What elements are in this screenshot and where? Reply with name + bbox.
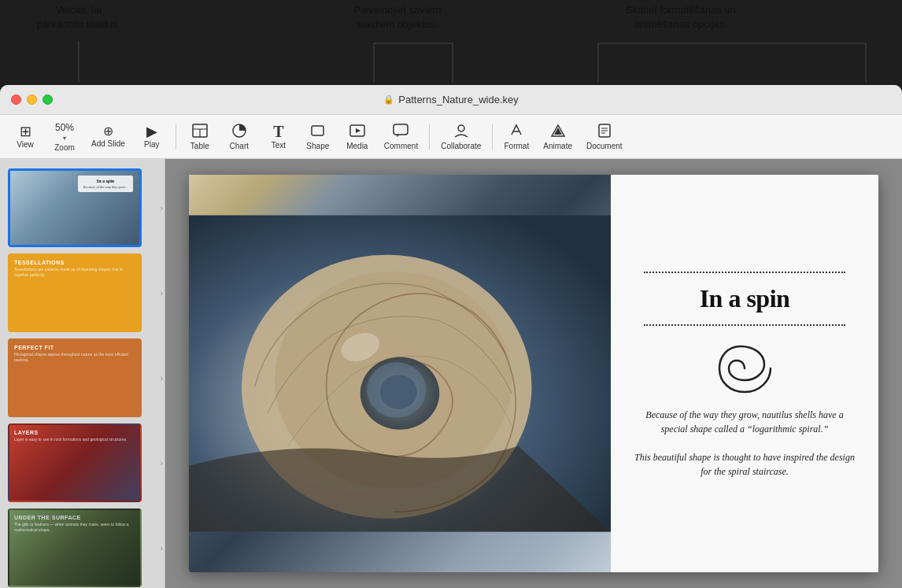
- slide-body-paragraph-1: Because of the way they grow, nautilus s…: [633, 408, 856, 436]
- zoom-arrow-icon: ▾: [63, 135, 66, 142]
- canvas-area: In a spin Because of the way they grow, …: [165, 159, 902, 588]
- spiral-icon: [713, 337, 776, 400]
- slide-body-text: Tessellations are patterns made up of re…: [14, 267, 135, 277]
- slide-item[interactable]: 6 Perfect Fit Hexagonal shapes appear th…: [8, 338, 157, 417]
- zoom-button[interactable]: 50% ▾ Zoom: [46, 119, 83, 155]
- slide-canvas: In a spin Because of the way they grow, …: [189, 175, 878, 572]
- nautilus-image: [189, 175, 611, 572]
- view-button[interactable]: ⊞ View: [6, 121, 44, 152]
- slide-item[interactable]: 7 LAYERS Layer is easy to see in rock fo…: [8, 423, 157, 502]
- traffic-lights: [0, 94, 53, 105]
- table-icon: [192, 124, 208, 140]
- slide-item[interactable]: 8 Under the surface The gills or feather…: [8, 508, 157, 587]
- zoom-value: 50%: [55, 122, 74, 133]
- slide-body-text: Layer is easy to see in rock formations …: [14, 437, 135, 442]
- slide-chevron-icon: ›: [161, 204, 163, 213]
- annotation-1: Velciet, laipārkārtotu slaidus.: [24, 3, 134, 31]
- media-button[interactable]: Media: [338, 120, 376, 153]
- toolbar-separator-1: [176, 124, 176, 150]
- add-slide-button[interactable]: ⊕ Add Slide: [85, 122, 131, 151]
- fullscreen-button[interactable]: [43, 94, 53, 105]
- svg-rect-14: [394, 124, 408, 135]
- lock-icon: 🔒: [383, 94, 394, 105]
- slide-body-paragraph-2: This beautiful shape is thought to have …: [633, 450, 856, 479]
- slide-chevron-icon: ›: [161, 374, 163, 383]
- document-button[interactable]: Document: [580, 120, 629, 153]
- chart-label: Chart: [230, 142, 249, 150]
- media-icon: [349, 124, 365, 140]
- comment-icon: [393, 124, 408, 140]
- slide-chevron-icon: ›: [161, 459, 163, 468]
- format-button[interactable]: Format: [497, 120, 535, 153]
- slide-title-text: Under the surface: [14, 515, 135, 520]
- animate-label: Animate: [543, 142, 572, 150]
- format-label: Format: [504, 142, 529, 150]
- slide-thumbnail: TESSELLATIONS Tessellations are patterns…: [8, 253, 142, 332]
- slide-thumbnail: In a spin Because of the way they grow..…: [8, 168, 142, 247]
- main-area: 4 In a spin Because of the way they grow…: [0, 159, 902, 588]
- dotted-divider-top: [644, 272, 845, 273]
- slide-item[interactable]: 5 TESSELLATIONS Tessellations are patter…: [8, 253, 157, 332]
- annotation-2: Pievienojiet saviemslaidiem objektus.: [331, 3, 464, 31]
- close-button[interactable]: [11, 94, 21, 105]
- collaborate-label: Collaborate: [441, 142, 481, 150]
- slide-panel[interactable]: 4 In a spin Because of the way they grow…: [0, 159, 165, 588]
- svg-point-29: [380, 375, 417, 409]
- slide-title-text: TESSELLATIONS: [14, 260, 135, 265]
- svg-rect-11: [312, 126, 323, 135]
- play-label: Play: [144, 140, 159, 149]
- slide-title-text: LAYERS: [14, 430, 135, 435]
- format-icon: [508, 124, 524, 140]
- slide-thumbnail: Perfect Fit Hexagonal shapes appear thro…: [8, 338, 142, 417]
- svg-marker-13: [356, 128, 360, 133]
- toolbar: ⊞ View 50% ▾ Zoom ⊕ Add Slide ▶ Play Tab…: [0, 115, 902, 159]
- toolbar-separator-2: [429, 124, 430, 150]
- document-icon: [597, 124, 612, 140]
- animate-icon: [550, 124, 566, 140]
- window-title: 🔒 Patterns_Nature_wide.key: [383, 94, 518, 105]
- shape-icon: [310, 124, 326, 140]
- text-button[interactable]: T Text: [260, 120, 298, 153]
- shape-button[interactable]: Shape: [299, 120, 337, 153]
- slide-thumbnail: LAYERS Layer is easy to see in rock form…: [8, 423, 142, 502]
- slide-heading: In a spin: [700, 284, 790, 313]
- window-filename: Patterns_Nature_wide.key: [398, 94, 518, 105]
- slide-item[interactable]: 4 In a spin Because of the way they grow…: [8, 168, 157, 247]
- collaborate-icon: [453, 124, 470, 140]
- slide-title-text: Perfect Fit: [14, 345, 135, 350]
- play-button[interactable]: ▶ Play: [133, 121, 171, 152]
- table-label: Table: [190, 142, 209, 150]
- table-button[interactable]: Table: [181, 120, 219, 153]
- collaborate-button[interactable]: Collaborate: [434, 120, 487, 153]
- add-slide-icon: ⊕: [103, 125, 113, 138]
- chart-icon: [231, 124, 247, 140]
- play-icon: ▶: [146, 124, 157, 139]
- text-label: Text: [272, 141, 286, 150]
- annotation-3: Skatiet formatēšanas unanimēšanas opcija…: [590, 3, 771, 31]
- slide-photo: [189, 175, 611, 572]
- document-label: Document: [586, 142, 623, 150]
- text-icon: T: [273, 124, 283, 139]
- dotted-divider-mid: [644, 324, 845, 326]
- slide-body-text: Hexagonal shapes appear throughout natur…: [14, 352, 135, 362]
- view-label: View: [17, 140, 34, 149]
- app-window: 🔒 Patterns_Nature_wide.key ⊞ View 50% ▾ …: [0, 85, 902, 588]
- slide-body-text: The gills or feathers — when animals the…: [14, 522, 135, 532]
- comment-button[interactable]: Comment: [378, 120, 424, 153]
- svg-point-15: [458, 125, 464, 131]
- shape-label: Shape: [306, 142, 329, 150]
- comment-label: Comment: [384, 142, 418, 150]
- chart-button[interactable]: Chart: [220, 120, 258, 153]
- add-slide-label: Add Slide: [91, 139, 125, 148]
- slide-chevron-icon: ›: [161, 289, 163, 298]
- zoom-label: Zoom: [54, 143, 75, 152]
- view-icon: ⊞: [20, 124, 31, 139]
- slide-chevron-icon: ›: [161, 544, 163, 553]
- animate-button[interactable]: Animate: [537, 120, 579, 153]
- slide-thumbnail: Under the surface The gills or feathers …: [8, 508, 142, 587]
- slide-text-area: In a spin Because of the way they grow, …: [611, 175, 878, 572]
- media-label: Media: [346, 142, 368, 150]
- annotation-lines: [0, 0, 902, 87]
- minimize-button[interactable]: [27, 94, 37, 105]
- titlebar: 🔒 Patterns_Nature_wide.key: [0, 85, 902, 115]
